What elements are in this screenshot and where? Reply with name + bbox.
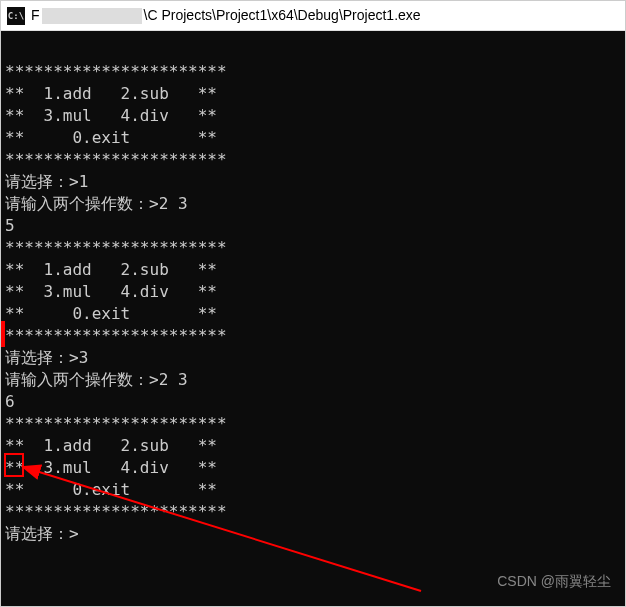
console-line: *********************** (5, 62, 227, 81)
console-line: ** 3.mul 4.div ** (5, 282, 217, 301)
title-prefix: F (31, 7, 40, 23)
console-output[interactable]: *********************** ** 1.add 2.sub *… (1, 31, 625, 606)
console-line: 请选择：> (5, 524, 79, 543)
console-line: ** 1.add 2.sub ** (5, 84, 217, 103)
console-line: 请选择：>3 (5, 348, 88, 367)
console-line: *********************** (5, 150, 227, 169)
console-line: ** 3.mul 4.div ** (5, 458, 217, 477)
console-line: ** 0.exit ** (5, 480, 217, 499)
console-line: *********************** (5, 238, 227, 257)
console-window: C:\ F\C Projects\Project1\x64\Debug\Proj… (0, 0, 626, 607)
console-line: ** 1.add 2.sub ** (5, 260, 217, 279)
console-line: ** 0.exit ** (5, 128, 217, 147)
console-line: 请输入两个操作数：>2 3 (5, 370, 188, 389)
console-line: *********************** (5, 414, 227, 433)
console-line: 5 (5, 216, 15, 235)
title-path: \C Projects\Project1\x64\Debug\Project1.… (144, 7, 421, 23)
console-line: ** 3.mul 4.div ** (5, 106, 217, 125)
redacted-segment (42, 8, 142, 24)
window-title: F\C Projects\Project1\x64\Debug\Project1… (31, 7, 421, 24)
titlebar[interactable]: C:\ F\C Projects\Project1\x64\Debug\Proj… (1, 1, 625, 31)
console-line: 请选择：>1 (5, 172, 88, 191)
console-line: *********************** (5, 502, 227, 521)
console-line: ** 0.exit ** (5, 304, 217, 323)
watermark: CSDN @雨翼轻尘 (497, 570, 611, 592)
console-line: 请输入两个操作数：>2 3 (5, 194, 188, 213)
console-icon: C:\ (7, 7, 25, 25)
console-line: 6 (5, 392, 15, 411)
console-line: ** 1.add 2.sub ** (5, 436, 217, 455)
console-line: *********************** (5, 326, 227, 345)
